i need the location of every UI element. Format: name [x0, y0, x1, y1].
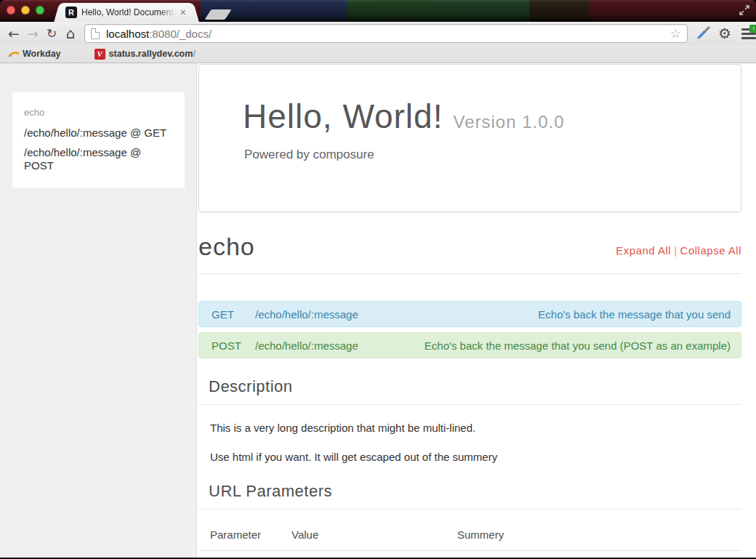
- endpoint-path: /echo/hello/:message: [255, 308, 358, 321]
- endpoint-path: /echo/hello/:message: [255, 339, 358, 352]
- home-button[interactable]: ⌂: [61, 27, 80, 41]
- description-paragraph: This is a very long description that mig…: [210, 422, 741, 434]
- api-header-card: Hello, World! Version 1.0.0 Powered by c…: [198, 64, 741, 212]
- expand-all-link[interactable]: Expand All: [616, 244, 671, 257]
- chrome-menu-button[interactable]: ↑: [739, 28, 756, 39]
- hamburger-menu-icon: ↑: [741, 28, 756, 39]
- endpoint-method: GET: [212, 308, 255, 321]
- bookmark-label: status.rallydev.com: [109, 49, 193, 59]
- browser-window: R Hello, World! Documentati × ← → ↻ ⌂ lo…: [0, 0, 756, 559]
- section-header: echo Expand All|Collapse All: [198, 233, 741, 261]
- description-divider: [198, 404, 741, 405]
- api-title: Hello, World!: [243, 97, 443, 136]
- sidebar-item-post-endpoint[interactable]: /echo/hello/:message @ POST: [24, 146, 173, 172]
- fullscreen-icon[interactable]: [739, 4, 750, 19]
- bookmark-star-icon[interactable]: ☆: [670, 26, 681, 41]
- url-path: :8080/_docs/: [149, 28, 212, 40]
- reload-button[interactable]: ↻: [42, 27, 61, 41]
- url-parameters-divider: [198, 509, 741, 510]
- bookmark-workday[interactable]: Workday: [7, 49, 61, 59]
- description-heading: Description: [209, 377, 741, 396]
- section-divider: [198, 273, 741, 274]
- parameter-name-cell: message: [198, 551, 280, 558]
- endpoint-summary: Echo's back the message that you send: [538, 308, 731, 321]
- page-icon: [91, 28, 100, 39]
- tab-favicon-icon: R: [65, 7, 77, 18]
- sidebar-group-label: echo: [24, 107, 173, 118]
- column-header-value: Value: [280, 520, 446, 551]
- collapse-all-link[interactable]: Collapse All: [680, 244, 741, 257]
- endpoint-row-get[interactable]: GET /echo/hello/:message Echo's back the…: [198, 301, 741, 327]
- links-separator: |: [674, 244, 677, 257]
- sidebar-nav-card: echo /echo/hello/:message @ GET /echo/he…: [12, 92, 185, 188]
- rally-favicon-icon: V: [94, 49, 105, 60]
- page-content: echo /echo/hello/:message @ GET /echo/he…: [0, 63, 756, 558]
- main-column: Hello, World! Version 1.0.0 Powered by c…: [196, 63, 756, 558]
- bookmark-rallydev[interactable]: V status.rallydev.com/: [68, 49, 196, 60]
- tab-title: Hello, World! Documentati: [81, 7, 177, 17]
- section-title: echo: [198, 233, 255, 261]
- new-tab-button[interactable]: [204, 9, 231, 20]
- title-bar: R Hello, World! Documentati ×: [0, 0, 756, 22]
- update-badge-icon: ↑: [749, 25, 756, 33]
- powered-by-text: Powered by composure: [244, 148, 741, 162]
- endpoint-summary: Echo's back the message that you send (P…: [425, 339, 731, 352]
- column-header-parameter: Parameter: [198, 520, 280, 551]
- bookmark-label-suffix: /: [193, 49, 195, 59]
- expand-collapse-links: Expand All|Collapse All: [616, 244, 741, 261]
- eyedropper-extension-icon[interactable]: [695, 25, 711, 41]
- url-parameters-table: Parameter Value Summery message The mess…: [198, 520, 741, 558]
- endpoint-method: POST: [212, 339, 255, 352]
- browser-tab[interactable]: R Hello, World! Documentati ×: [63, 3, 190, 22]
- back-button[interactable]: ←: [4, 27, 23, 41]
- column-header-summery: Summery: [446, 520, 741, 551]
- bookmark-label: Workday: [23, 49, 61, 59]
- url-parameters-heading: URL Parameters: [209, 482, 741, 501]
- forward-button[interactable]: →: [23, 27, 42, 41]
- url-text[interactable]: localhost:8080/_docs/: [106, 28, 212, 40]
- address-bar[interactable]: localhost:8080/_docs/ ☆: [84, 24, 688, 43]
- api-version: Version 1.0.0: [453, 112, 564, 132]
- window-controls: [7, 6, 44, 15]
- table-row: message The message that you want echoed…: [198, 551, 741, 558]
- gear-extension-icon[interactable]: ⚙: [718, 26, 731, 41]
- url-domain: localhost: [106, 28, 149, 40]
- minimize-window-button[interactable]: [21, 6, 30, 15]
- table-header-row: Parameter Value Summery: [198, 520, 741, 551]
- browser-toolbar: ← → ↻ ⌂ localhost:8080/_docs/ ☆ ⚙ ↑: [0, 22, 756, 45]
- endpoint-row-post[interactable]: POST /echo/hello/:message Echo's back th…: [198, 332, 741, 358]
- left-rail: echo /echo/hello/:message @ GET /echo/he…: [0, 63, 196, 558]
- parameter-summary-cell: The message that you want echoed back: [446, 551, 741, 558]
- sidebar-item-get-endpoint[interactable]: /echo/hello/:message @ GET: [24, 126, 173, 140]
- tab-close-icon[interactable]: ×: [180, 7, 186, 17]
- bookmarks-bar: Workday V status.rallydev.com/: [0, 45, 756, 63]
- close-window-button[interactable]: [7, 6, 15, 15]
- description-paragraph: Use html if you want. It will get escape…: [210, 451, 741, 463]
- workday-favicon-icon: [7, 51, 19, 57]
- zoom-window-button[interactable]: [36, 6, 44, 15]
